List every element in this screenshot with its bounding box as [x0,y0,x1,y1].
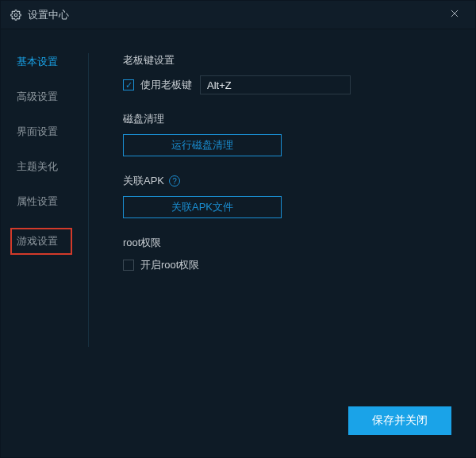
tab-basic-settings[interactable]: 基本设置 [17,53,74,71]
boss-key-input[interactable] [200,75,351,94]
apk-assoc-button-label: 关联APK文件 [171,200,233,214]
sidebar-divider [88,53,89,347]
footer: 保存并关闭 [1,400,475,457]
help-icon[interactable]: ? [169,175,180,187]
boss-key-row: ✓ 使用老板键 [123,75,459,94]
apk-assoc-button[interactable]: 关联APK文件 [123,196,282,218]
section-disk-clean: 磁盘清理 运行磁盘清理 [123,112,459,156]
section-apk-assoc: 关联APK ? 关联APK文件 [123,174,459,218]
disk-clean-button-label: 运行磁盘清理 [171,138,233,152]
svg-point-0 [14,13,17,17]
settings-window: 设置中心 基本设置 高级设置 界面设置 主题美化 [0,0,476,458]
save-close-button[interactable]: 保存并关闭 [348,406,451,435]
gear-icon [10,10,21,21]
section-boss-key: 老板键设置 ✓ 使用老板键 [123,53,459,94]
tab-property-settings[interactable]: 属性设置 [17,193,74,210]
apk-assoc-title-text: 关联APK [123,174,164,188]
root-row: ✓ 开启root权限 [123,258,459,272]
section-title-disk-clean: 磁盘清理 [123,112,459,126]
tab-label: 基本设置 [17,56,58,67]
tab-label: 界面设置 [17,125,58,137]
close-icon [449,6,460,23]
close-button[interactable] [443,4,466,26]
boss-key-checkbox-label: 使用老板键 [140,78,192,92]
disk-clean-button[interactable]: 运行磁盘清理 [123,134,282,156]
tab-advanced-settings[interactable]: 高级设置 [17,88,74,106]
boss-key-checkbox[interactable]: ✓ [123,79,134,90]
root-checkbox-label: 开启root权限 [140,258,199,272]
tab-game-settings[interactable]: 游戏设置 [10,228,72,255]
section-title-root: root权限 [123,236,459,250]
tab-label: 游戏设置 [17,235,58,247]
section-title-apk-assoc: 关联APK ? [123,174,459,188]
settings-content: 老板键设置 ✓ 使用老板键 磁盘清理 运行磁盘清理 关联APK ? [96,53,459,400]
titlebar: 设置中心 [1,1,475,29]
tab-label: 主题美化 [17,160,58,172]
tab-label: 高级设置 [17,90,58,102]
sidebar: 基本设置 高级设置 界面设置 主题美化 属性设置 游戏设置 [17,53,96,400]
window-title: 设置中心 [28,8,69,22]
root-checkbox[interactable]: ✓ [123,260,134,271]
window-body: 基本设置 高级设置 界面设置 主题美化 属性设置 游戏设置 老板键设置 ✓ [1,29,475,400]
tab-theme-settings[interactable]: 主题美化 [17,158,74,175]
section-title-boss-key: 老板键设置 [123,53,459,67]
tab-label: 属性设置 [17,195,58,207]
section-root: root权限 ✓ 开启root权限 [123,236,459,272]
tab-ui-settings[interactable]: 界面设置 [17,123,74,140]
save-close-label: 保存并关闭 [372,414,428,428]
